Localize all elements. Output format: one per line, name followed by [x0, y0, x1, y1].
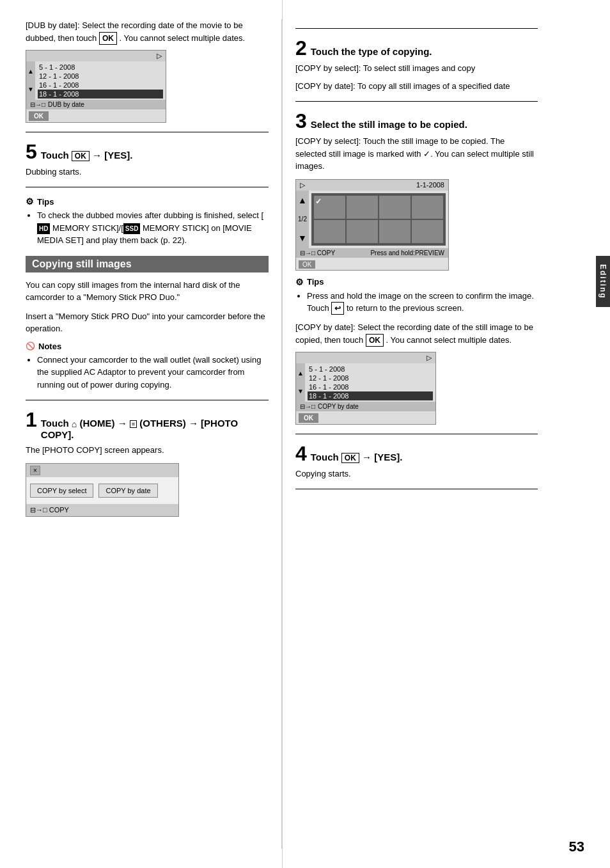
step4-heading: 4 Touch OK → [YES]. — [295, 443, 538, 464]
step2-heading: 2 Touch the type of copying. — [295, 38, 538, 58]
dub-date-4: 18 - 1 - 2008 — [38, 90, 163, 99]
copy-screen-footer: ⊟→□ COPY — [26, 504, 178, 516]
step4-body: Copying starts. — [295, 468, 538, 480]
thumb-preview-text: Press and hold:PREVIEW — [370, 249, 444, 256]
thumb-cell-1 — [314, 196, 345, 219]
thumb-cell-7 — [379, 220, 411, 243]
notes-list-1: Connect your camcorder to the wall outle… — [37, 354, 269, 391]
step2-body-1: [COPY by select]: To select still images… — [295, 62, 538, 75]
copy-screen-close[interactable]: × — [30, 466, 40, 475]
dub-date-3: 16 - 1 - 2008 — [38, 81, 163, 90]
dub-arrow-icon: ▷ — [157, 52, 162, 60]
copy-date-arrow: ▷ — [426, 354, 432, 362]
page-number: 53 — [569, 839, 584, 855]
copy-by-date-screen: ▷ ▲ ▼ 5 - 1 - 2008 12 - 1 - 2008 16 - 1 … — [295, 352, 436, 425]
copy-date-header: ▷ — [296, 352, 435, 363]
thumb-cell-8 — [412, 220, 443, 243]
step2-title: Touch the type of copying. — [311, 46, 432, 57]
tips-item-2: Press and hold the image on the screen t… — [307, 290, 538, 315]
others-icon: ≡ — [130, 420, 137, 428]
step3-number: 3 — [295, 111, 307, 131]
copy-footer-text: COPY — [49, 506, 69, 514]
tips-title-1: Tips — [26, 196, 269, 207]
dub-date-list: 5 - 1 - 2008 12 - 1 - 2008 16 - 1 - 2008… — [35, 61, 166, 100]
step3-title: Select the still image to be copied. — [311, 119, 467, 130]
tips-title-2: Tips — [295, 277, 538, 287]
right-divider-3 — [295, 434, 538, 434]
right-divider-2 — [295, 101, 538, 102]
thumb-cell-3 — [379, 196, 411, 219]
thumb-scrollbar: ▲ 1/2 ▼ — [296, 191, 309, 248]
return-icon: ↩ — [331, 302, 344, 315]
thumb-date: 1-1-2008 — [416, 181, 444, 189]
dub-footer-icon: ⊟→□ — [30, 101, 45, 108]
ok-inline-label: OK — [99, 32, 117, 45]
copy-date-footer-icon: ⊟→□ — [300, 403, 315, 410]
copy-date-3: 16 - 1 - 2008 — [308, 383, 433, 391]
thumb-cell-5 — [314, 220, 345, 243]
copy-footer-icon: ⊟→□ — [30, 506, 47, 514]
right-divider-top — [295, 28, 538, 29]
thumbnail-screen: ▷ 1-1-2008 ▲ 1/2 ▼ — [295, 179, 449, 271]
thumb-footer: ⊟→□ COPY Press and hold:PREVIEW — [296, 248, 448, 258]
thumb-ok-button[interactable]: OK — [299, 260, 315, 269]
dub-screen-footer: ⊟→□ DUB by date — [26, 100, 166, 109]
step1-body-text: The [PHOTO COPY] screen appears. — [26, 444, 269, 457]
divider-1 — [26, 132, 269, 132]
step3-ok-btn: OK — [366, 334, 384, 347]
dub-scroll-bar: ▲ ▼ — [26, 61, 35, 100]
divider-3 — [26, 400, 269, 400]
thumb-grid-container — [309, 191, 448, 248]
notes-box-1: Notes Connect your camcorder to the wall… — [26, 342, 269, 391]
step5-number: 5 — [26, 141, 37, 162]
tips-item-1: To check the dubbed movies after dubbing… — [37, 209, 269, 247]
dub-screen-header: ▷ — [26, 51, 166, 61]
divider-2 — [26, 187, 269, 187]
home-icon: ⌂ — [72, 419, 77, 429]
thumb-cell-2 — [347, 196, 378, 219]
section-body-1: You can copy still images from the inter… — [26, 279, 269, 304]
thumb-body: ▲ 1/2 ▼ — [296, 191, 448, 248]
step4-number: 4 — [295, 443, 307, 464]
dub-by-date-intro: [DUB by date]: Select the recording date… — [26, 19, 269, 45]
step5-body: Dubbing starts. — [26, 166, 269, 178]
step4-ok-btn: OK — [341, 453, 359, 463]
thumb-copy-text: ⊟→□ COPY — [300, 249, 335, 256]
step2-number: 2 — [295, 38, 307, 58]
tips-box-1: Tips To check the dubbed movies after du… — [26, 196, 269, 247]
tips-list-1: To check the dubbed movies after dubbing… — [37, 209, 269, 247]
dub-footer-text: DUB by date — [48, 101, 84, 108]
notes-item-1: Connect your camcorder to the wall outle… — [37, 354, 269, 391]
copy-date-4: 18 - 1 - 2008 — [308, 391, 433, 400]
thumb-grid — [311, 193, 446, 246]
copy-date-1: 5 - 1 - 2008 — [308, 365, 433, 374]
copy-date-footer-text: COPY by date — [318, 403, 359, 410]
dub-by-date-screen: ▷ ▲ ▼ 5 - 1 - 2008 12 - 1 - 2008 16 - 1 … — [26, 50, 166, 123]
copy-screen-header: × — [26, 464, 178, 477]
hd-brand-tag: HD — [37, 223, 50, 234]
thumb-arrow: ▷ — [300, 181, 305, 189]
dub-date-2: 12 - 1 - 2008 — [38, 72, 163, 81]
section-heading-copy: Copying still images — [26, 256, 269, 272]
copy-screen-body: COPY by select COPY by date — [26, 477, 178, 504]
step3-body-2: [COPY by date]: Select the recording dat… — [295, 321, 538, 347]
tips-box-2: Tips Press and hold the image on the scr… — [295, 277, 538, 315]
dub-ok-button[interactable]: OK — [29, 111, 49, 121]
right-divider-bottom — [295, 489, 538, 489]
photo-copy-screen: × COPY by select COPY by date ⊟→□ COPY — [26, 463, 179, 517]
step4-title: Touch OK → [YES]. — [311, 452, 403, 463]
copy-date-ok-button[interactable]: OK — [299, 413, 318, 423]
dub-date-1: 5 - 1 - 2008 — [38, 63, 163, 72]
copy-by-date-btn[interactable]: COPY by date — [98, 484, 157, 498]
step5-ok-btn: OK — [72, 151, 90, 161]
step5-title: Touch OK → [YES]. — [41, 150, 133, 161]
copy-date-scrollbar: ▲ ▼ — [296, 363, 305, 402]
copy-by-select-btn[interactable]: COPY by select — [30, 484, 93, 498]
thumb-cell-4 — [412, 196, 443, 219]
copy-date-list: 5 - 1 - 2008 12 - 1 - 2008 16 - 1 - 2008… — [305, 363, 435, 402]
step2-body-2: [COPY by date]: To copy all still images… — [295, 80, 538, 93]
copy-date-footer: ⊟→□ COPY by date — [296, 402, 435, 411]
step3-body-1: [COPY by select]: Touch the still image … — [295, 135, 538, 173]
thumb-header: ▷ 1-1-2008 — [296, 180, 448, 191]
section-body-2: Insert a "Memory Stick PRO Duo" into you… — [26, 310, 269, 335]
